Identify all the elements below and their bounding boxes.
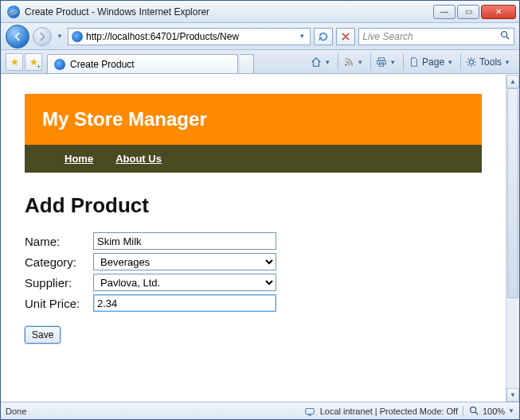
navigation-bar: ▼ http://localhost:64701/Products/New ▼ … [1,23,519,50]
svg-rect-8 [308,414,311,415]
status-bar: Done Local intranet | Protected Mode: Of… [1,402,519,419]
nav-link-about[interactable]: About Us [115,153,162,165]
stop-icon [340,31,351,42]
label-category: Category: [25,255,93,269]
svg-line-10 [475,411,479,414]
page-menu-label: Page [422,56,444,68]
search-box[interactable]: Live Search [358,28,514,45]
input-unitprice[interactable] [93,294,276,312]
tools-menu-label: Tools [479,56,502,68]
maximize-button[interactable]: ▭ [457,5,479,19]
forward-button[interactable] [33,27,52,46]
window-buttons: — ▭ ✕ [433,5,516,19]
page-icon [72,31,83,42]
refresh-button[interactable] [314,28,333,45]
site-nav: Home About Us [25,145,482,173]
row-name: Name: [25,232,482,250]
scroll-up-button[interactable]: ▲ [506,75,519,88]
svg-line-1 [506,37,510,40]
print-icon [376,56,387,68]
arrow-right-icon [37,31,48,42]
label-name: Name: [25,235,93,248]
svg-point-6 [469,60,473,64]
page-icon [409,56,420,68]
titlebar: Create Product - Windows Internet Explor… [1,1,519,23]
rss-icon [343,56,354,68]
tab-favicon [54,59,65,70]
home-button[interactable]: ▼ [307,53,334,71]
label-supplier: Supplier: [25,276,93,290]
gear-icon [466,56,477,68]
new-tab-button[interactable] [240,54,254,73]
address-url: http://localhost:64701/Products/New [86,31,292,42]
select-supplier[interactable]: Pavlova, Ltd. [93,274,276,291]
scroll-track[interactable] [506,88,519,388]
nav-history-dropdown[interactable]: ▼ [55,27,65,46]
label-unitprice: Unit Price: [25,297,93,310]
feeds-button[interactable]: ▼ [338,53,367,71]
tools-menu[interactable]: Tools ▼ [460,53,514,71]
page-heading: Add Product [25,193,482,218]
ie-icon [7,6,20,18]
search-placeholder: Live Search [362,31,412,42]
row-unitprice: Unit Price: [25,294,482,312]
status-security: Local intranet | Protected Mode: Off [320,406,458,416]
status-text: Done [6,406,26,416]
tab-title: Create Product [70,59,135,70]
vertical-scrollbar[interactable]: ▲ ▼ [506,75,519,402]
stop-button[interactable] [336,28,355,45]
print-button[interactable]: ▼ [370,53,400,71]
zoom-control[interactable]: 100% ▼ [468,405,514,418]
svg-point-2 [345,64,347,66]
content-area: My Store Manager Home About Us Add Produ… [1,74,519,402]
zoom-icon [468,405,479,418]
arrow-left-icon [12,31,23,42]
address-bar[interactable]: http://localhost:64701/Products/New ▼ [68,28,311,45]
address-dropdown-icon[interactable]: ▼ [295,33,308,40]
back-button[interactable] [6,25,29,49]
home-icon [311,56,322,68]
input-name[interactable] [93,232,276,250]
save-button[interactable]: Save [25,326,61,344]
svg-point-0 [502,32,507,37]
refresh-icon [318,31,329,42]
window-title: Create Product - Windows Internet Explor… [25,6,433,18]
close-button[interactable]: ✕ [481,5,516,19]
svg-rect-3 [379,58,385,61]
nav-link-home[interactable]: Home [65,153,93,165]
zoom-value: 100% [483,406,505,416]
svg-rect-7 [305,408,314,414]
favorites-button[interactable]: ★ [6,53,23,71]
internet-zone-icon [304,406,315,417]
scroll-down-button[interactable]: ▼ [506,388,519,402]
banner-title: My Store Manager [42,108,207,130]
page-body: My Store Manager Home About Us Add Produ… [1,75,506,402]
select-category[interactable]: Beverages [93,253,276,270]
minimize-button[interactable]: — [433,5,455,19]
site-banner: My Store Manager [25,94,482,145]
row-category: Category: Beverages [25,253,482,270]
search-icon[interactable] [499,29,510,43]
browser-window: Create Product - Windows Internet Explor… [0,0,520,420]
tab-bar: ★ ★ Create Product ▼ ▼ ▼ Page ▼ Tools ▼ [1,50,519,74]
add-favorite-button[interactable]: ★ [25,53,42,71]
page-menu[interactable]: Page ▼ [403,53,457,71]
browser-tab[interactable]: Create Product [47,54,238,73]
svg-point-9 [471,406,476,412]
scroll-thumb[interactable] [507,88,518,298]
row-supplier: Supplier: Pavlova, Ltd. [25,274,482,291]
